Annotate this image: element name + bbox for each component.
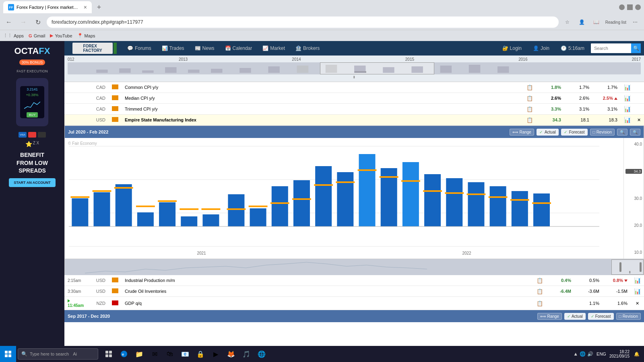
second-actual-button[interactable]: ✓ Actual (564, 313, 586, 320)
detail-icon[interactable]: 📋 (526, 117, 533, 123)
taskbar-app-browser[interactable]: 🌐 (254, 347, 269, 361)
nav-join[interactable]: 👤 Join (528, 41, 554, 56)
reading-list-icon[interactable]: 📖 (591, 16, 602, 28)
detail-icon-cell[interactable]: 📋 (523, 93, 536, 104)
chart-icon-cell[interactable]: ✕ (631, 297, 644, 310)
taskbar-app-media[interactable]: ▶ (208, 347, 223, 361)
second-revision-button[interactable]: □ Revision (616, 313, 641, 320)
second-forecast-button[interactable]: ✓ Forecast (588, 313, 614, 320)
nav-calendar[interactable]: 📅 Calendar (220, 41, 257, 56)
detail-icon-cell[interactable]: 📋 (523, 104, 536, 115)
ad-cta-button[interactable]: START AN ACCOUNT (9, 178, 56, 187)
taskbar-app-antivirus[interactable]: 🔒 (193, 347, 208, 361)
zoom-out-button[interactable]: 🔍 (630, 129, 640, 136)
detail-icon[interactable]: 📋 (537, 288, 543, 294)
taskbar-app-firefox[interactable]: 🦊 (224, 347, 238, 361)
svg-rect-1 (119, 68, 130, 73)
chart-icon-cell[interactable]: 📊 (631, 286, 644, 297)
bookmark-star-icon[interactable]: ☆ (562, 16, 573, 28)
network-icon[interactable]: 🌐 (580, 351, 586, 357)
notification-bell[interactable]: 🔔 (633, 350, 641, 358)
site-search-box[interactable]: 🔍 (591, 43, 641, 53)
new-tab-button[interactable]: + (93, 2, 105, 13)
mini-nav-left-handle[interactable] (619, 262, 621, 272)
chart-icon-cell[interactable]: 📊 (621, 93, 634, 104)
detail-icon-cell[interactable]: 📋 (523, 115, 536, 125)
maximize-button[interactable] (627, 4, 633, 10)
nav-login[interactable]: 🔐 Login (497, 41, 526, 56)
close-icon[interactable]: ✕ (636, 301, 639, 306)
active-tab[interactable]: FF Forex Factory | Forex markets fo... × (3, 1, 92, 13)
taskbar-search-box[interactable]: 🔍 Type here to search Ai (18, 348, 98, 360)
mini-chart-icon[interactable]: 📊 (624, 117, 631, 123)
tab-close-button[interactable]: × (84, 4, 87, 10)
detail-icon[interactable]: 📋 (526, 106, 533, 112)
start-button[interactable] (0, 346, 16, 362)
chart-icon-cell[interactable]: 📊 (621, 82, 634, 93)
range-track[interactable] (68, 62, 641, 74)
nav-forums[interactable]: 💬 Forums (122, 41, 156, 56)
close-icon-cell[interactable]: ✕ (634, 115, 644, 125)
range-control-button[interactable]: ⟺ Range (510, 129, 534, 136)
chart-icon-cell[interactable]: 📊 (621, 115, 634, 125)
taskbar-app-file-explorer[interactable]: 📁 (132, 347, 147, 361)
taskbar-app-music[interactable]: 🎵 (239, 347, 254, 361)
detail-icon-cell[interactable]: 📋 (533, 286, 546, 297)
time-cell (64, 82, 91, 93)
nav-news[interactable]: 📰 News (190, 41, 219, 56)
profile-icon[interactable]: 👤 (576, 16, 588, 28)
site-search-input[interactable] (591, 43, 631, 53)
site-search-button[interactable]: 🔍 (631, 43, 641, 53)
bookmark-maps[interactable]: 📍 Maps (77, 33, 95, 38)
minimize-button[interactable] (619, 4, 625, 10)
close-button[interactable] (635, 4, 641, 10)
detail-icon-cell[interactable]: 📋 (523, 82, 536, 93)
detail-icon-cell[interactable]: 📋 (533, 297, 546, 310)
second-range-button[interactable]: ⟺ Range (537, 313, 561, 320)
mini-chart-icon[interactable]: 📊 (634, 277, 641, 284)
taskbar-app-email2[interactable]: 📧 (178, 347, 192, 361)
mini-chart-icon[interactable]: 📊 (624, 95, 631, 101)
volume-icon[interactable]: 🔊 (587, 351, 593, 357)
bookmark-apps[interactable]: ⋮⋮ Apps (3, 33, 24, 38)
nav-trades[interactable]: 📊 Trades (157, 41, 189, 56)
zoom-in-button[interactable]: 🔍 (617, 129, 627, 136)
range-nav-top: 012 2013 2014 2015 2016 2017 (64, 56, 644, 82)
forecast-cell: 18.1 (564, 115, 592, 125)
actual-control-button[interactable]: ✓ Actual (537, 129, 559, 136)
mini-nav-right-handle[interactable] (640, 262, 642, 272)
detail-icon[interactable]: 📋 (537, 278, 543, 284)
chart-icon-cell[interactable]: 📊 (631, 275, 644, 286)
revision-control-button[interactable]: □ Revision (590, 129, 615, 136)
nav-brokers[interactable]: 🏦 Brokers (291, 41, 324, 56)
bookmark-gmail[interactable]: G Gmail (29, 33, 45, 38)
forecast-control-button[interactable]: ✓ Forecast (561, 129, 588, 136)
actual-cell: 1.8% (536, 82, 564, 93)
mini-nav-window[interactable] (611, 259, 644, 275)
detail-icon[interactable]: 📋 (526, 84, 533, 90)
back-button[interactable]: ← (3, 16, 14, 28)
chart-mini-nav[interactable]: ⬍ (65, 259, 644, 275)
bookmark-youtube[interactable]: ▶ YouTube (50, 33, 72, 38)
extensions-icon[interactable]: ⋯ (630, 16, 641, 28)
mini-chart-icon[interactable]: 📊 (624, 106, 631, 112)
bookmarks-bar: ⋮⋮ Apps G Gmail ▶ YouTube 📍 Maps (0, 30, 644, 41)
mini-chart-icon[interactable]: 📊 (634, 288, 641, 294)
taskbar-app-edge[interactable]: e (117, 347, 131, 361)
chart-icon-cell[interactable]: 📊 (621, 104, 634, 115)
close-icon[interactable]: ✕ (637, 117, 641, 122)
detail-icon[interactable]: 📋 (537, 300, 543, 306)
url-bar[interactable]: forexfactory.com/index.php#graph=117977 (47, 16, 559, 28)
taskbar-app-task-view[interactable] (101, 347, 116, 361)
nav-market[interactable]: 📈 Market (258, 41, 290, 56)
taskbar-app-mail[interactable]: ✉ (147, 347, 162, 361)
chevron-up-icon[interactable]: ▲ (573, 351, 578, 357)
forward-button[interactable]: → (18, 16, 29, 28)
svg-rect-20 (116, 184, 132, 226)
refresh-button[interactable]: ↻ (32, 16, 43, 28)
taskbar-app-store[interactable]: 🛍 (163, 347, 177, 361)
detail-icon-cell[interactable]: 📋 (533, 275, 546, 286)
detail-icon[interactable]: 📋 (526, 95, 533, 101)
actual-cell: 0.4% (546, 275, 574, 286)
mini-chart-icon[interactable]: 📊 (624, 84, 631, 90)
